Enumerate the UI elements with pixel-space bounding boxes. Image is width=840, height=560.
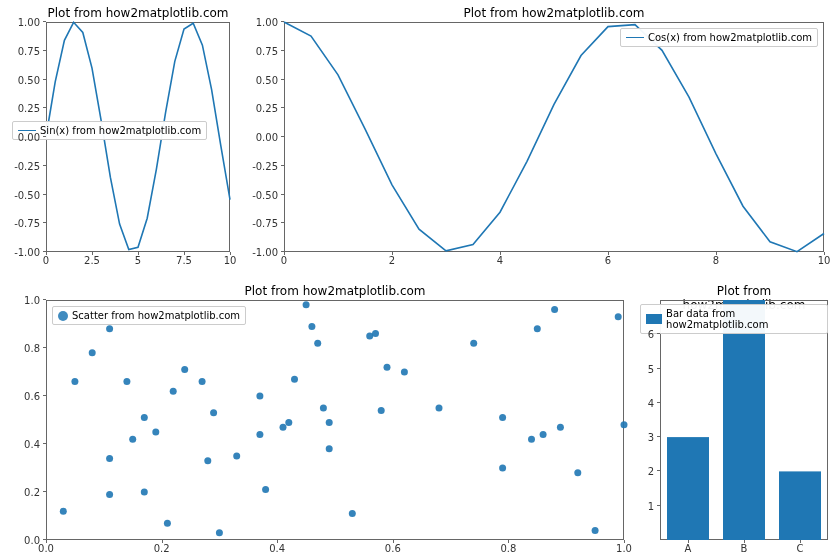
- dot-swatch-icon: [58, 311, 68, 321]
- scatter-point: [181, 366, 188, 373]
- tick-label: -1.00: [14, 247, 40, 258]
- tick-label: 0.2: [24, 487, 40, 498]
- axes-border: [46, 300, 624, 540]
- scatter-point: [534, 325, 541, 332]
- scatter-point: [308, 323, 315, 330]
- tick-label: 5: [135, 255, 141, 266]
- tick-label: 10: [224, 255, 237, 266]
- legend-label: Cos(x) from how2matplotlib.com: [648, 32, 812, 43]
- axes-border: [660, 300, 828, 540]
- tick-label: 1: [648, 500, 654, 511]
- scatter-point: [106, 455, 113, 462]
- tick-label: 0.6: [24, 391, 40, 402]
- scatter-point: [280, 424, 287, 431]
- tick-label: 0.00: [18, 132, 40, 143]
- scatter-point: [170, 388, 177, 395]
- bar-swatch-icon: [646, 314, 662, 324]
- tick-label: -0.75: [14, 218, 40, 229]
- scatter-point: [123, 378, 130, 385]
- scatter-point: [199, 378, 206, 385]
- tick-label: 0.8: [24, 343, 40, 354]
- scatter-point: [320, 405, 327, 412]
- chart-title: Plot from how2matplotlib.com: [46, 6, 230, 20]
- legend: Bar data from how2matplotlib.com: [640, 304, 828, 334]
- tick-label: -0.50: [252, 189, 278, 200]
- scatter-point: [129, 436, 136, 443]
- scatter-point: [233, 453, 240, 460]
- scatter-point: [592, 527, 599, 534]
- scatter-point: [71, 378, 78, 385]
- legend-label: Scatter from how2matplotlib.com: [72, 310, 240, 321]
- chart-title: Plot from how2matplotlib.com: [46, 284, 624, 298]
- scatter-point: [470, 340, 477, 347]
- scatter-point: [574, 469, 581, 476]
- tick-label: 1.00: [18, 17, 40, 28]
- plot-area: [284, 22, 824, 252]
- scatter-point: [401, 369, 408, 376]
- tick-label: 0.4: [269, 543, 285, 554]
- bar: [667, 437, 709, 540]
- scatter-point: [256, 431, 263, 438]
- bar: [723, 300, 765, 540]
- tick-label: 0.0: [38, 543, 54, 554]
- tick-label: A: [685, 543, 692, 554]
- scatter-point: [210, 409, 217, 416]
- subplot-cos: Plot from how2matplotlib.com Cos(x) from…: [284, 22, 824, 252]
- scatter-point: [499, 414, 506, 421]
- tick-label: 0.75: [18, 45, 40, 56]
- tick-label: 10: [818, 255, 831, 266]
- tick-label: 0.25: [256, 103, 278, 114]
- plot-area: [46, 300, 624, 540]
- tick-label: 4: [497, 255, 503, 266]
- tick-label: -1.00: [252, 247, 278, 258]
- tick-label: 0.0: [24, 535, 40, 546]
- scatter-point: [528, 436, 535, 443]
- tick-label: 0.50: [256, 74, 278, 85]
- scatter-point: [152, 429, 159, 436]
- scatter-point: [326, 419, 333, 426]
- scatter-point: [621, 421, 628, 428]
- subplot-bar: Plot from how2matplotlib.com Bar data fr…: [660, 300, 828, 540]
- tick-label: 2: [389, 255, 395, 266]
- scatter-point: [60, 508, 67, 515]
- scatter-point: [372, 330, 379, 337]
- scatter-point: [540, 431, 547, 438]
- line-series: [284, 22, 824, 252]
- scatter-point: [436, 405, 443, 412]
- tick-label: -0.25: [252, 160, 278, 171]
- legend: Scatter from how2matplotlib.com: [52, 306, 246, 325]
- line-swatch-icon: [626, 37, 644, 38]
- tick-label: 2.5: [84, 255, 100, 266]
- tick-label: 0.2: [154, 543, 170, 554]
- tick-label: 0: [43, 255, 49, 266]
- tick-label: 0.75: [256, 45, 278, 56]
- scatter-point: [378, 407, 385, 414]
- scatter-point: [89, 349, 96, 356]
- legend: Cos(x) from how2matplotlib.com: [620, 28, 818, 47]
- scatter-point: [349, 510, 356, 517]
- tick-label: -0.25: [14, 160, 40, 171]
- tick-label: 2: [648, 466, 654, 477]
- tick-label: B: [741, 543, 748, 554]
- scatter-point: [557, 424, 564, 431]
- bar: [779, 471, 821, 540]
- tick-label: C: [797, 543, 804, 554]
- scatter-point: [141, 414, 148, 421]
- scatter-point: [141, 489, 148, 496]
- scatter-point: [285, 419, 292, 426]
- legend-label: Bar data from how2matplotlib.com: [666, 308, 822, 330]
- scatter-point: [314, 340, 321, 347]
- scatter-point: [204, 457, 211, 464]
- scatter-point: [366, 333, 373, 340]
- tick-label: 1.0: [24, 295, 40, 306]
- tick-label: 6: [605, 255, 611, 266]
- plot-area: [660, 300, 828, 540]
- tick-label: 8: [713, 255, 719, 266]
- scatter-point: [106, 491, 113, 498]
- scatter-point: [384, 364, 391, 371]
- scatter-point: [303, 301, 310, 308]
- tick-label: 6: [648, 329, 654, 340]
- scatter-point: [326, 445, 333, 452]
- tick-label: 3: [648, 432, 654, 443]
- tick-label: -0.50: [14, 189, 40, 200]
